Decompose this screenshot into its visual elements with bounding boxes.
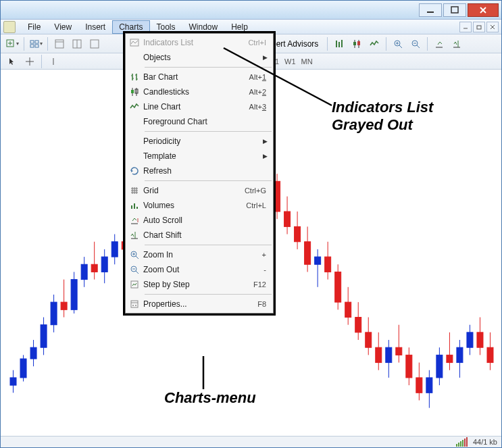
menu-item-grid[interactable]: GridCtrl+G [126,183,273,198]
menu-item-label: Line Chart [143,102,236,111]
chartshift-button[interactable] [449,36,465,51]
navigator-button[interactable] [86,36,103,51]
crosshair-button[interactable] [22,54,38,69]
annotation-indicators-grayed: Indicators List Grayed Out [332,99,433,134]
menu-separator [145,67,272,68]
svg-rect-19 [91,40,99,48]
menu-item-foreground-chart[interactable]: Foreground Chart [126,114,273,129]
svg-rect-26 [353,42,356,45]
timeframe-mn[interactable]: MN [299,57,316,66]
svg-rect-147 [131,90,134,93]
profiles-button[interactable]: ▾ [28,36,44,51]
step-icon [126,279,143,290]
close-icon [489,24,496,30]
window-icon [54,39,65,49]
svg-rect-157 [131,205,132,209]
minimize-icon [462,24,469,30]
menu-tools[interactable]: Tools [150,20,182,34]
line-chart-button[interactable] [366,36,382,51]
annotation-text: Charts-menu [164,389,256,406]
menu-item-label: Volumes [143,201,236,210]
svg-rect-50 [41,325,47,348]
vline-button[interactable] [45,54,61,69]
window-close-button[interactable] [468,3,499,17]
menu-item-bar-chart[interactable]: Bar ChartAlt+1 [126,70,273,84]
menubar: File View Insert Charts Tools Window Hel… [1,20,501,34]
menu-file[interactable]: File [21,20,47,34]
svg-rect-118 [386,347,392,362]
menu-item-zoom-in[interactable]: Zoom In+ [126,247,273,262]
mdi-restore[interactable] [473,22,485,32]
data-window-button[interactable] [69,36,85,51]
svg-rect-12 [35,41,39,43]
menu-item-objects[interactable]: Objects▶ [126,50,273,65]
menu-item-label: Grid [143,186,236,195]
vline-icon [49,57,58,66]
menu-insert[interactable]: Insert [78,20,112,34]
menu-item-label: Auto Scroll [143,216,273,225]
menu-shortcut: Ctrl+I [236,39,273,47]
menu-item-label: Periodicity [143,136,273,146]
app-window: File View Insert Charts Tools Window Hel… [0,0,502,448]
svg-line-30 [399,45,402,48]
submenu-arrow-icon: ▶ [263,153,268,159]
menu-item-label: Properties... [143,299,236,309]
menu-shortcut: Alt+2 [236,88,273,96]
menu-item-volumes[interactable]: VolumesCtrl+L [126,198,273,213]
mdi-minimize[interactable] [459,22,472,32]
svg-rect-13 [30,45,34,47]
bar-chart-button[interactable] [331,36,347,51]
menu-item-label: Foreground Chart [143,117,273,126]
menu-help[interactable]: Help [224,20,255,34]
menu-item-step-by-step[interactable]: Step by StepF12 [126,277,273,292]
zoom-in-button[interactable] [390,36,406,51]
menu-item-template[interactable]: Template▶ [126,149,273,164]
svg-rect-56 [71,280,77,310]
svg-rect-100 [295,226,301,241]
line-chart-icon [369,39,380,49]
zoom-out-icon [126,264,143,275]
menu-item-chart-shift[interactable]: Chart Shift [126,228,273,243]
separator [327,37,328,51]
menu-item-auto-scroll[interactable]: Auto Scroll [126,213,273,228]
charts-dropdown-menu: Indicators ListCtrl+IObjects▶Bar ChartAl… [125,33,274,314]
refresh-icon [126,166,143,176]
menu-window[interactable]: Window [182,20,225,34]
svg-rect-130 [447,355,453,362]
svg-rect-1 [451,7,458,13]
candle-chart-button[interactable] [349,36,365,51]
window-maximize-button[interactable] [443,3,466,17]
svg-rect-44 [10,378,16,385]
menu-item-zoom-out[interactable]: Zoom Out- [126,262,273,277]
menu-view[interactable]: View [47,20,78,34]
menu-charts[interactable]: Charts [112,20,149,34]
mdi-close[interactable] [486,22,499,32]
separator [427,37,428,51]
new-chart-button[interactable]: ▾ [4,36,20,51]
cursor-icon [7,57,17,66]
timeframe-w1[interactable]: W1 [282,57,299,66]
market-watch-button[interactable] [51,36,68,51]
menu-item-candlesticks[interactable]: CandlesticksAlt+2 [126,84,273,99]
menu-item-refresh[interactable]: Refresh [126,164,273,178]
data-icon [72,39,82,49]
svg-rect-108 [335,272,341,302]
menu-shortcut: Ctrl+L [236,201,273,209]
autoscroll-button[interactable] [431,36,447,51]
menu-item-line-chart[interactable]: Line ChartAlt+3 [126,99,273,114]
menu-item-label: Template [143,151,273,161]
menu-shortcut: Alt+1 [236,73,273,81]
menu-shortcut: Alt+3 [236,103,273,111]
svg-rect-28 [357,41,360,45]
svg-rect-98 [284,211,291,226]
zoom-in-icon [393,39,403,49]
svg-rect-46 [20,359,26,378]
menu-item-periodicity[interactable]: Periodicity▶ [126,134,273,149]
svg-rect-138 [487,347,493,362]
zoom-out-button[interactable] [407,36,424,51]
svg-rect-104 [315,257,321,264]
menu-item-properties[interactable]: Properties...F8 [126,297,273,312]
cursor-button[interactable] [4,54,20,69]
menu-item-label: Chart Shift [143,230,273,240]
window-minimize-button[interactable] [419,3,442,17]
